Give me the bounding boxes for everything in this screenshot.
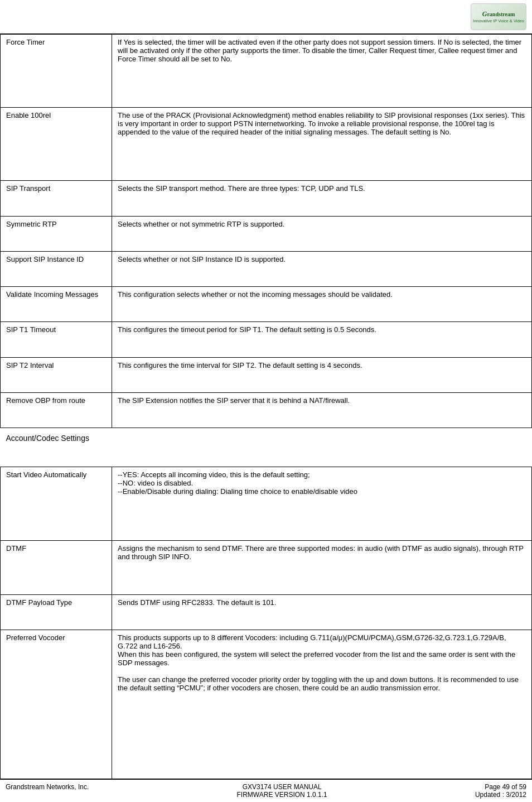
table-row: SIP T2 Interval This configures the time… <box>1 357 532 392</box>
row-label: Force Timer <box>1 35 112 108</box>
logo-tagline: Innovative IP Voice & Video <box>473 18 524 23</box>
footer: Grandstream Networks, Inc. GXV3174 USER … <box>0 779 532 802</box>
row-label: SIP Transport <box>1 181 112 216</box>
footer-center-line2: FIRMWARE VERSION 1.0.1.1 <box>89 791 475 799</box>
table-row: Symmetric RTP Selects whether or not sym… <box>1 216 532 251</box>
row-description: This products supports up to 8 different… <box>112 630 532 779</box>
row-label: SIP T1 Timeout <box>1 322 112 357</box>
table-row: DTMF Assigns the mechanism to send DTMF.… <box>1 540 532 594</box>
row-description: Sends DTMF using RFC2833. The default is… <box>112 594 532 630</box>
row-description: Selects the SIP transport method. There … <box>112 181 532 216</box>
row-description: The SIP Extension notifies the SIP serve… <box>112 393 532 428</box>
row-label: DTMF Payload Type <box>1 594 112 630</box>
footer-left: Grandstream Networks, Inc. <box>6 783 89 799</box>
table-row: SIP T1 Timeout This configures the timeo… <box>1 322 532 357</box>
row-description: The use of the PRACK (Provisional Acknow… <box>112 108 532 181</box>
table-row: Enable 100rel The use of the PRACK (Prov… <box>1 108 532 181</box>
row-description: Selects whether or not symmetric RTP is … <box>112 216 532 251</box>
row-label: Support SIP Instance ID <box>1 251 112 286</box>
row-description: Assigns the mechanism to send DTMF. Ther… <box>112 540 532 594</box>
footer-right-line2: Updated : 3/2012 <box>475 791 526 799</box>
row-description: If Yes is selected, the timer will be ac… <box>112 35 532 108</box>
section-header-row: Account/Codec Settings <box>1 428 532 467</box>
logo: Grandstream Innovative IP Voice & Video <box>471 3 526 30</box>
row-description: This configures the time interval for SI… <box>112 357 532 392</box>
table-row: SIP Transport Selects the SIP transport … <box>1 181 532 216</box>
row-label: Remove OBP from route <box>1 393 112 428</box>
page-wrapper: Grandstream Innovative IP Voice & Video … <box>0 0 532 802</box>
row-description: --YES: Accepts all incoming video, this … <box>112 467 532 540</box>
table-row: Preferred Vocoder This products supports… <box>1 630 532 779</box>
row-description: Selects whether or not SIP Instance ID i… <box>112 251 532 286</box>
row-description: This configures the timeout period for S… <box>112 322 532 357</box>
table-row: Start Video Automatically --YES: Accepts… <box>1 467 532 540</box>
section-header-label: Account/Codec Settings <box>1 428 532 467</box>
row-label: SIP T2 Interval <box>1 357 112 392</box>
row-label: Start Video Automatically <box>1 467 112 540</box>
table-row: Force Timer If Yes is selected, the time… <box>1 35 532 108</box>
footer-center-line1: GXV3174 USER MANUAL <box>89 783 475 791</box>
row-label: DTMF <box>1 540 112 594</box>
footer-center: GXV3174 USER MANUAL FIRMWARE VERSION 1.0… <box>89 783 475 799</box>
table-row: Validate Incoming Messages This configur… <box>1 287 532 322</box>
table-row: Remove OBP from route The SIP Extension … <box>1 393 532 428</box>
footer-right: Page 49 of 59 Updated : 3/2012 <box>475 783 526 799</box>
footer-right-line1: Page 49 of 59 <box>475 783 526 791</box>
row-label: Symmetric RTP <box>1 216 112 251</box>
table-row: Support SIP Instance ID Selects whether … <box>1 251 532 286</box>
header: Grandstream Innovative IP Voice & Video <box>0 0 532 34</box>
row-label: Validate Incoming Messages <box>1 287 112 322</box>
row-description: This configuration selects whether or no… <box>112 287 532 322</box>
main-table: Force Timer If Yes is selected, the time… <box>0 34 532 779</box>
row-label: Enable 100rel <box>1 108 112 181</box>
row-label: Preferred Vocoder <box>1 630 112 779</box>
table-row: DTMF Payload Type Sends DTMF using RFC28… <box>1 594 532 630</box>
